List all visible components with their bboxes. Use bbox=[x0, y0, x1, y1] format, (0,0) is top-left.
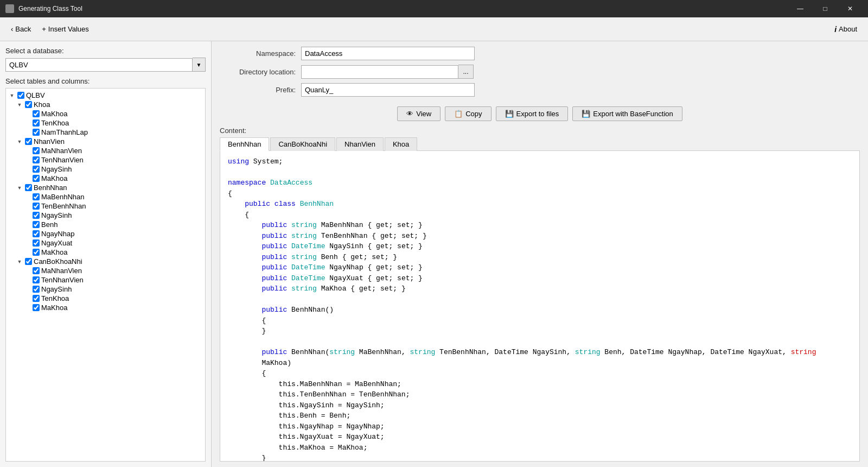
check-ngaysinh-nv[interactable] bbox=[33, 166, 40, 173]
check-mabenhnhan[interactable] bbox=[33, 193, 40, 200]
tree-item-manhanvien-cbk[interactable]: MaNhanVien bbox=[8, 266, 203, 275]
check-tenbenhnhan[interactable] bbox=[33, 203, 40, 210]
about-label: About bbox=[839, 25, 857, 33]
code-area[interactable]: using System; namespace DataAccess { pub… bbox=[220, 151, 860, 462]
tree-item-makhoa-cbk[interactable]: MaKhoa bbox=[8, 303, 203, 312]
prefix-row: Prefix: bbox=[220, 83, 860, 97]
tree-item-ngaynhap[interactable]: NgayNhap bbox=[8, 229, 203, 238]
tree-item-namthanhlap[interactable]: NamThanhLap bbox=[8, 128, 203, 137]
check-makhoa-bn[interactable] bbox=[33, 249, 40, 256]
tree-item-ngaysinh-cbk[interactable]: NgaySinh bbox=[8, 285, 203, 294]
tree-item-manhanvien[interactable]: MaNhanVien bbox=[8, 146, 203, 155]
label-nhanvien: NhanVien bbox=[34, 137, 65, 146]
label-ngaysinh-nv: NgaySinh bbox=[41, 165, 72, 173]
about-button[interactable]: i About bbox=[829, 23, 863, 36]
export-base-label: Export with BaseFunction bbox=[593, 110, 673, 118]
label-tennhanvien-cbk: TenNhanVien bbox=[41, 276, 84, 284]
action-buttons: 👁 View 📋 Copy 💾 Export to files 💾 Export… bbox=[220, 106, 860, 121]
check-benhnhan[interactable] bbox=[25, 184, 32, 191]
check-tennhanvien[interactable] bbox=[33, 156, 40, 163]
toggle-qlbv[interactable]: ▼ bbox=[8, 92, 16, 99]
tree-item-ngayxuat[interactable]: NgayXuat bbox=[8, 238, 203, 248]
insert-values-button[interactable]: + Insert Values bbox=[36, 23, 94, 35]
check-tenkhoa-cbk[interactable] bbox=[33, 295, 40, 302]
tree-item-ngaysinh-nv[interactable]: NgaySinh bbox=[8, 165, 203, 174]
export-base-button[interactable]: 💾 Export with BaseFunction bbox=[572, 106, 682, 121]
tree-item-tenkhoa-cbk[interactable]: TenKhoa bbox=[8, 294, 203, 303]
insert-label: Insert Values bbox=[48, 25, 89, 33]
tree-item-tennhanvien[interactable]: TenNhanVien bbox=[8, 155, 203, 165]
export-files-button[interactable]: 💾 Export to files bbox=[496, 106, 569, 121]
check-tenkhoa[interactable] bbox=[33, 119, 40, 127]
check-benh[interactable] bbox=[33, 221, 40, 228]
check-ngayxuat[interactable] bbox=[33, 239, 40, 247]
label-ngaysinh-cbk: NgaySinh bbox=[41, 285, 72, 293]
directory-input[interactable] bbox=[301, 65, 458, 79]
check-ngaynhap[interactable] bbox=[33, 230, 40, 237]
app-icon bbox=[5, 4, 14, 13]
db-dropdown-arrow[interactable]: ▼ bbox=[193, 58, 206, 72]
directory-row: Directory location: ... bbox=[220, 65, 860, 79]
check-ngaysinh-bn[interactable] bbox=[33, 212, 40, 219]
tree-item-makhoa-bn[interactable]: MaKhoa bbox=[8, 248, 203, 257]
export-label: Export to files bbox=[516, 110, 559, 118]
tree-item-tenkhoa[interactable]: TenKhoa bbox=[8, 118, 203, 128]
title-bar: Generating Class Tool — □ ✕ bbox=[0, 0, 868, 17]
tab-khoa[interactable]: Khoa bbox=[385, 137, 417, 151]
tabs-row: BenhNhan CanBoKhoaNhi NhanVien Khoa bbox=[220, 137, 860, 151]
tab-benhnhan[interactable]: BenhNhan bbox=[220, 137, 269, 151]
tab-canbokhoa[interactable]: CanBoKhoaNhi bbox=[270, 137, 335, 151]
check-khoa[interactable] bbox=[25, 101, 32, 108]
db-select-label: Select a database: bbox=[5, 47, 206, 55]
check-makhoa-nv[interactable] bbox=[33, 175, 40, 182]
label-mabenhnhan: MaBenhNhan bbox=[41, 193, 85, 201]
toggle-nhanvien[interactable]: ▼ bbox=[16, 138, 23, 146]
left-panel: Select a database: QLBV ▼ Select tables … bbox=[0, 41, 212, 467]
label-manhanvien: MaNhanVien bbox=[41, 147, 82, 155]
check-canbokhoaNhi[interactable] bbox=[25, 258, 32, 265]
tree-item-benh[interactable]: Benh bbox=[8, 220, 203, 229]
copy-button[interactable]: 📋 Copy bbox=[445, 106, 491, 121]
check-manhanvien[interactable] bbox=[33, 147, 40, 154]
browse-button[interactable]: ... bbox=[458, 65, 474, 79]
tab-nhanvien[interactable]: NhanVien bbox=[336, 137, 384, 151]
tree-item-nhanvien[interactable]: ▼ NhanVien bbox=[8, 137, 203, 146]
toggle-benhnhan[interactable]: ▼ bbox=[16, 184, 23, 192]
tree-item-makhoa-nv[interactable]: MaKhoa bbox=[8, 174, 203, 183]
tree-item-mabenhnhan[interactable]: MaBenhNhan bbox=[8, 192, 203, 201]
maximize-button[interactable]: □ bbox=[813, 0, 838, 17]
back-button[interactable]: ‹ Back bbox=[5, 23, 36, 35]
main-content: Select a database: QLBV ▼ Select tables … bbox=[0, 41, 868, 467]
check-manhanvien-cbk[interactable] bbox=[33, 267, 40, 274]
tree-item-khoa[interactable]: ▼ Khoa bbox=[8, 100, 203, 109]
toggle-khoa[interactable]: ▼ bbox=[16, 101, 23, 109]
plus-icon: + bbox=[42, 25, 46, 33]
check-namthanhlap[interactable] bbox=[33, 129, 40, 136]
tree-item-canbokhoaNhi[interactable]: ▼ CanBoKhoaNhi bbox=[8, 257, 203, 266]
prefix-input[interactable] bbox=[301, 83, 475, 97]
label-khoa: Khoa bbox=[34, 100, 50, 109]
check-ngaysinh-cbk[interactable] bbox=[33, 286, 40, 293]
minimize-button[interactable]: — bbox=[788, 0, 813, 17]
tab-khoa-label: Khoa bbox=[393, 140, 409, 148]
check-tennhanvien-cbk[interactable] bbox=[33, 276, 40, 283]
toggle-canbokhoaNhi[interactable]: ▼ bbox=[16, 258, 23, 266]
namespace-input[interactable] bbox=[301, 47, 475, 60]
tree-item-tenbenhnhan[interactable]: TenBenhNhan bbox=[8, 201, 203, 211]
tables-label: Select tables and columns: bbox=[5, 77, 206, 85]
window-controls: — □ ✕ bbox=[788, 0, 863, 17]
view-button[interactable]: 👁 View bbox=[397, 106, 441, 121]
label-canbokhoaNhi: CanBoKhoaNhi bbox=[34, 257, 82, 266]
check-makhoa[interactable] bbox=[33, 110, 40, 117]
check-qlbv[interactable] bbox=[17, 92, 24, 99]
tree-item-ngaysinh-bn[interactable]: NgaySinh bbox=[8, 211, 203, 220]
tree-item-qlbv[interactable]: ▼ QLBV bbox=[8, 91, 203, 100]
database-select[interactable]: QLBV bbox=[5, 58, 193, 72]
eye-icon: 👁 bbox=[406, 110, 413, 118]
tree-item-tennhanvien-cbk[interactable]: TenNhanVien bbox=[8, 275, 203, 285]
tree-item-benhnhan[interactable]: ▼ BenhNhan bbox=[8, 183, 203, 192]
check-nhanvien[interactable] bbox=[25, 138, 32, 145]
check-makhoa-cbk[interactable] bbox=[33, 304, 40, 311]
close-button[interactable]: ✕ bbox=[838, 0, 863, 17]
tree-item-makhoa[interactable]: MaKhoa bbox=[8, 109, 203, 118]
